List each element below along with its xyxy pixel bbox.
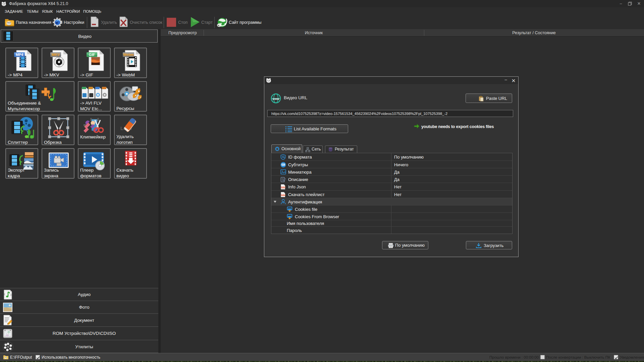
svg-text:MP4: MP4 — [16, 53, 24, 57]
svg-text:JSON: JSON — [281, 186, 285, 188]
svg-text:JSON: JSON — [281, 194, 285, 196]
svg-text:Webm: Webm — [123, 53, 133, 57]
svg-text:MKV: MKV — [52, 53, 60, 57]
svg-text:GIF: GIF — [89, 53, 95, 57]
svg-text:www: www — [272, 97, 279, 101]
